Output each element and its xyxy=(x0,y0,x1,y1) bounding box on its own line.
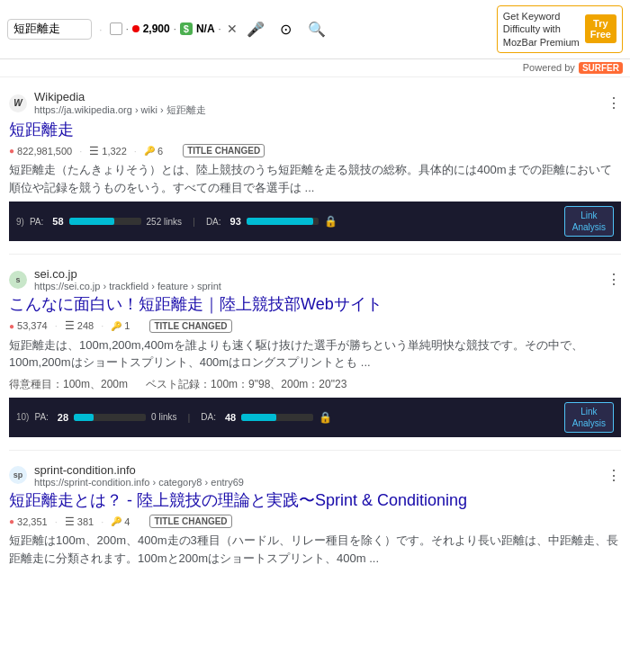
metric-value: 1 xyxy=(124,320,130,331)
site-name-wrap: sprint-condition.info https://sprint-con… xyxy=(34,463,244,488)
site-menu-icon[interactable]: ⋮ xyxy=(607,467,621,484)
metrics-row: ● 32,351·☰ 381·🔑 4 TITLE CHANGED xyxy=(9,515,621,528)
checkbox-icon[interactable] xyxy=(110,22,122,35)
results-container: W Wikipedia https://ja.wikipedia.org › w… xyxy=(0,77,630,567)
site-name: sei.co.jp xyxy=(34,267,221,281)
moz-number: 10) xyxy=(16,412,29,422)
link-analysis-button[interactable]: LinkAnalysis xyxy=(564,402,614,433)
site-menu-icon[interactable]: ⋮ xyxy=(607,94,621,112)
site-info: sp sprint-condition.info https://sprint-… xyxy=(9,463,621,488)
na-value: N/A xyxy=(196,22,215,35)
metric-item: ● 53,374 xyxy=(9,320,48,331)
link-analysis-button[interactable]: LinkAnalysis xyxy=(564,206,614,237)
site-info: W Wikipedia https://ja.wikipedia.org › w… xyxy=(9,90,621,117)
moz-strip: 9) PA: 58 252 links | DA: 93 🔒 LinkAnaly… xyxy=(9,202,621,241)
mic-button[interactable]: 🎤 xyxy=(243,16,268,41)
site-name: sprint-condition.info xyxy=(34,463,244,477)
mic-icon: 🎤 xyxy=(247,21,265,38)
da-label: DA: xyxy=(206,217,221,227)
visits-value: 2,900 xyxy=(143,22,170,35)
result-title[interactable]: 短距離走 xyxy=(9,120,621,140)
metric-item: 🔑 1 xyxy=(111,320,130,331)
title-changed-badge: TITLE CHANGED xyxy=(149,515,231,528)
extra-info-item: 得意種目：100m、200m xyxy=(9,377,128,392)
top-bar: · · 2,900 · $ N/A · ✕ 🎤 ⊙ 🔍 Get Keyword … xyxy=(0,0,630,59)
metric-value: 32,351 xyxy=(17,516,48,527)
links-count: 0 links xyxy=(151,412,176,422)
result-item: W Wikipedia https://ja.wikipedia.org › w… xyxy=(9,77,621,255)
result-title[interactable]: こんなに面白い！短距離走｜陸上競技部Webサイト xyxy=(9,294,621,315)
extra-info: 得意種目：100m、200mベスト記録：100m：9"98、200m：20"23 xyxy=(9,377,621,392)
site-menu-icon[interactable]: ⋮ xyxy=(607,271,621,288)
metric-value: 6 xyxy=(158,146,163,157)
metric-item: ● 822,981,500 xyxy=(9,146,72,157)
snippet: 短距離走は、100m,200m,400mを誰よりも速く駆け抜けた選手が勝ちという… xyxy=(9,336,621,372)
site-url: https://sprint-condition.info › category… xyxy=(34,477,244,488)
search-input[interactable] xyxy=(14,22,86,36)
da-value: 93 xyxy=(230,216,241,227)
metric-item: 🔑 6 xyxy=(144,146,163,157)
moz-promo-text: Get Keyword Difficulty with MozBar Premi… xyxy=(503,10,580,49)
links-count: 252 links xyxy=(147,217,182,227)
separator1: · xyxy=(99,22,103,36)
lens-icon: ⊙ xyxy=(280,21,292,38)
site-url: https://ja.wikipedia.org › wiki › 短距離走 xyxy=(34,103,206,117)
dollar-badge: $ xyxy=(180,22,193,35)
da-bar xyxy=(247,218,319,225)
metrics-row: ● 822,981,500·☰ 1,322·🔑 6 TITLE CHANGED xyxy=(9,144,621,157)
powered-by-label: Powered by xyxy=(523,62,575,73)
pa-bar xyxy=(69,218,141,225)
result-item: s sei.co.jp https://sei.co.jp › trackfie… xyxy=(9,255,621,450)
metric-item: ☰ 381 xyxy=(65,515,94,528)
da-label: DA: xyxy=(201,412,216,422)
da-value: 48 xyxy=(225,412,236,423)
site-name-wrap: sei.co.jp https://sei.co.jp › trackfield… xyxy=(34,267,221,291)
site-icon: W xyxy=(9,94,27,112)
metrics-row: ● 53,374·☰ 248·🔑 1 TITLE CHANGED xyxy=(9,319,621,333)
snippet: 短距離は100m、200m、400m走の3種目（ハードル、リレー種目を除く）です… xyxy=(9,532,621,567)
result-title[interactable]: 短距離走とは？ - 陸上競技の理論と実践〜Sprint & Conditioni… xyxy=(9,490,621,511)
lock-icon: 🔒 xyxy=(324,215,338,228)
metric-value: 4 xyxy=(124,516,130,527)
pa-value: 28 xyxy=(58,412,68,423)
extra-info-item: ベスト記録：100m：9"98、200m：20"23 xyxy=(146,377,346,392)
title-changed-badge: TITLE CHANGED xyxy=(149,319,231,333)
site-url: https://sei.co.jp › trackfield › feature… xyxy=(34,281,221,291)
search-icon: 🔍 xyxy=(308,21,326,38)
metric-value: 822,981,500 xyxy=(17,146,72,157)
metric-item: ☰ 248 xyxy=(65,319,94,332)
site-name-wrap: Wikipedia https://ja.wikipedia.org › wik… xyxy=(34,90,206,117)
red-dot xyxy=(132,25,140,32)
site-icon: s xyxy=(9,271,27,289)
checkbox-metric: · 2,900 · $ N/A · xyxy=(110,22,221,35)
metric-item: ☰ 1,322 xyxy=(89,145,127,157)
title-changed-badge: TITLE CHANGED xyxy=(183,144,265,157)
moz-strip: 10) PA: 28 0 links | DA: 48 🔒 LinkAnalys… xyxy=(9,398,621,437)
lens-button[interactable]: ⊙ xyxy=(274,16,299,41)
search-button[interactable]: 🔍 xyxy=(304,16,329,41)
snippet: 短距離走（たんきょりそう）とは、陸上競技のうち短距離を走る競技の総称。具体的には… xyxy=(9,161,621,196)
metric-value: 248 xyxy=(77,320,94,331)
metric-item: 🔑 4 xyxy=(111,516,130,527)
surfer-badge: SURFER xyxy=(579,62,623,74)
search-input-wrap[interactable] xyxy=(7,19,92,40)
powered-by-bar: Powered by SURFER xyxy=(0,59,630,77)
metric-item: ● 32,351 xyxy=(9,516,48,527)
da-bar xyxy=(241,414,313,421)
site-info: s sei.co.jp https://sei.co.jp › trackfie… xyxy=(9,267,621,291)
metric-value: 1,322 xyxy=(102,146,127,157)
pa-label: PA: xyxy=(34,412,48,422)
site-icon: sp xyxy=(9,466,27,484)
metric-value: 53,374 xyxy=(17,320,48,331)
moz-number: 9) xyxy=(16,217,24,227)
pa-label: PA: xyxy=(30,217,43,227)
metric-value: 381 xyxy=(77,516,94,527)
result-item: sp sprint-condition.info https://sprint-… xyxy=(9,451,621,567)
try-free-button[interactable]: Try Free xyxy=(585,14,616,43)
moz-promo-banner: Get Keyword Difficulty with MozBar Premi… xyxy=(497,5,623,53)
lock-icon: 🔒 xyxy=(319,411,332,424)
pa-value: 58 xyxy=(52,216,63,227)
site-name: Wikipedia xyxy=(34,90,206,103)
close-button[interactable]: ✕ xyxy=(227,22,238,36)
pa-bar xyxy=(74,414,146,421)
